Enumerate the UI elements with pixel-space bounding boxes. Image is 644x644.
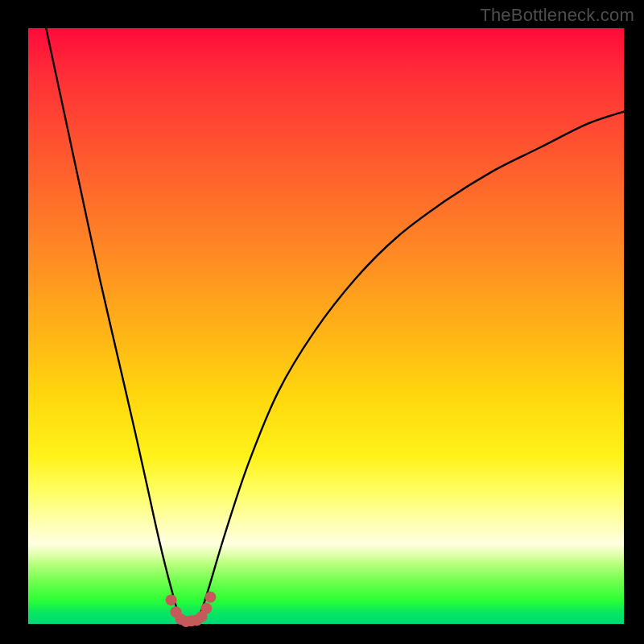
valley-dots: [166, 592, 217, 627]
valley-dot: [200, 603, 212, 614]
curve-layer: [28, 28, 624, 624]
plot-area: [28, 28, 624, 624]
bottleneck-curve: [46, 28, 624, 621]
watermark-text: TheBottleneck.com: [480, 5, 634, 26]
valley-dot: [166, 594, 177, 605]
valley-dot: [204, 592, 216, 603]
chart-frame: TheBottleneck.com: [0, 0, 644, 644]
